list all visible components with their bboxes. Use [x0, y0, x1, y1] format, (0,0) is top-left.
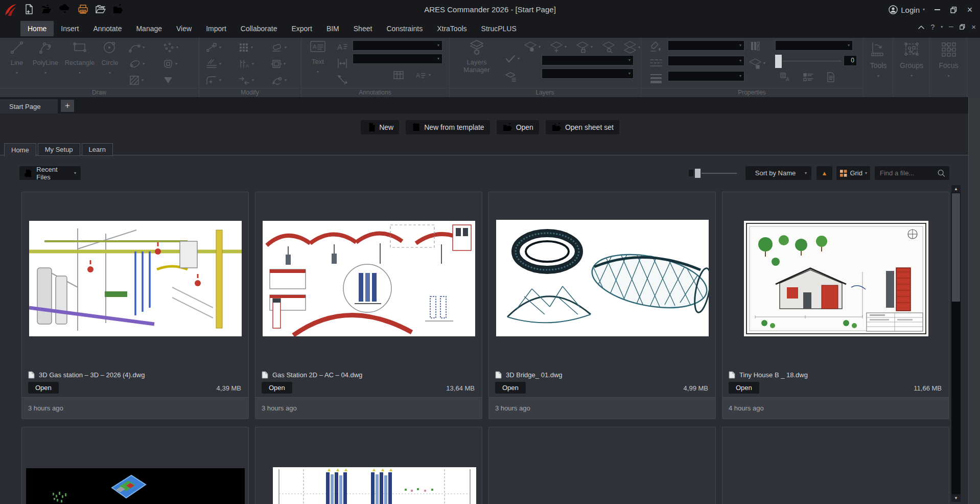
match-properties-button[interactable]: A [779, 72, 791, 83]
print-style-dropdown[interactable]: ▾ [775, 40, 853, 51]
layer-dropdown[interactable]: ▾ [542, 55, 634, 65]
menu-tab-export[interactable]: Export [284, 21, 319, 36]
transparency-slider-handle[interactable] [775, 55, 782, 68]
menu-tab-strucplus[interactable]: StrucPLUS [474, 21, 524, 36]
linestyle-dropdown[interactable]: ▾ [668, 56, 744, 66]
recent-files-dropdown[interactable]: Recent Files ▾ [19, 166, 81, 180]
point-button[interactable]: ▾ [162, 42, 178, 53]
dimension-style-dropdown[interactable]: ▾ [353, 54, 442, 64]
menu-tab-sheet[interactable]: Sheet [346, 21, 380, 36]
scroll-up-icon[interactable]: ▲ [951, 185, 961, 193]
scale-button[interactable]: ▾ [205, 42, 221, 53]
lineweight-dropdown[interactable]: ▾ [668, 71, 744, 81]
properties-doc-button[interactable] [825, 72, 836, 83]
hatch-button[interactable]: ▾ [129, 75, 144, 86]
menu-tab-manage[interactable]: Manage [129, 21, 169, 36]
open-button[interactable]: Open [497, 120, 539, 134]
leader-button[interactable] [336, 74, 348, 86]
menu-tab-home[interactable]: Home [20, 21, 54, 36]
color-button[interactable] [649, 41, 662, 53]
sort-dropdown[interactable]: Sort by Name ▾ [745, 166, 811, 180]
thumbnail-gas-station-2d[interactable] [263, 221, 475, 336]
menu-tab-insert[interactable]: Insert [54, 21, 86, 36]
menu-tab-constraints[interactable]: Constraints [379, 21, 430, 36]
layer-filter-dropdown[interactable]: ▾ [542, 68, 634, 79]
start-tab-my-setup[interactable]: My Setup [38, 143, 80, 156]
transparency-value-field[interactable]: 0 [844, 55, 857, 66]
file-search-input[interactable] [879, 169, 937, 177]
menu-tab-annotate[interactable]: Annotate [86, 21, 129, 36]
fillet-button[interactable]: ▾ [205, 75, 221, 86]
thumbnail-partial-columns[interactable] [273, 467, 476, 504]
open-upload-icon[interactable] [40, 3, 54, 16]
menu-tab-collaborate[interactable]: Collaborate [234, 21, 285, 36]
child-minimize-icon[interactable] [949, 27, 953, 27]
pattern-button[interactable]: ▾ [238, 42, 253, 53]
lineweight-button[interactable] [649, 73, 663, 84]
sweep-button[interactable]: ▾ [271, 75, 287, 86]
color-dropdown[interactable]: ▾ [668, 40, 744, 51]
vertical-scrollbar[interactable]: ▲ ▼ [951, 185, 961, 502]
open-file-button[interactable]: Open [262, 382, 292, 394]
restore-button[interactable] [945, 0, 962, 19]
thumbnail-3d-bridge[interactable] [496, 220, 709, 336]
thumbnail-partial-dark[interactable] [26, 468, 245, 504]
text-style-button[interactable]: A [336, 41, 348, 53]
focus-button[interactable]: Focus▾ [935, 41, 962, 78]
menu-tab-xtratools[interactable]: XtraTools [430, 21, 474, 36]
close-button[interactable]: × [962, 0, 978, 19]
properties-list-button[interactable] [802, 72, 814, 83]
rectangle-button[interactable]: Rectangle▾ [63, 39, 96, 75]
thumbnail-3d-gas-station[interactable] [29, 221, 242, 336]
arc-button[interactable]: ▾ [129, 42, 145, 53]
open-file-button[interactable]: Open [729, 382, 759, 394]
layer-color-button[interactable]: ▾ [524, 41, 541, 53]
align-button[interactable]: ▾ [238, 75, 254, 86]
offset-button[interactable]: ▾ [205, 58, 221, 70]
help-caret-icon[interactable]: ▾ [941, 25, 943, 29]
thumbnail-tiny-house[interactable] [744, 221, 928, 336]
new-drawing-icon[interactable] [22, 3, 36, 16]
start-tab-home[interactable]: Home [4, 143, 36, 156]
menu-tab-import[interactable]: Import [199, 21, 234, 36]
split-button[interactable]: A ▾ [238, 58, 254, 70]
collapse-ribbon-icon[interactable] [918, 25, 924, 29]
region-button[interactable]: ▾ [162, 58, 177, 70]
scroll-down-icon[interactable]: ▼ [951, 494, 961, 502]
new-button[interactable]: New [361, 120, 399, 134]
layers-manager-button[interactable]: Layers Manager [455, 39, 499, 74]
print-icon[interactable] [76, 3, 89, 16]
table-button[interactable] [392, 70, 405, 81]
layer-new-button[interactable]: ▾ [550, 41, 567, 53]
open-file-button[interactable]: Open [495, 382, 526, 394]
new-from-template-button[interactable]: New from template [406, 120, 489, 134]
menu-tab-bim[interactable]: BIM [319, 21, 346, 36]
thumbnail-size-slider[interactable] [689, 168, 737, 179]
groups-button[interactable]: Groups▾ [897, 41, 926, 78]
text-button[interactable]: A Text▾ [306, 39, 330, 74]
sort-direction-button[interactable]: ▲ [816, 166, 832, 180]
ellipse-button[interactable]: ▾ [129, 58, 145, 70]
help-icon[interactable]: ? [930, 23, 935, 31]
transparency-slider[interactable] [775, 54, 842, 68]
open-file-button[interactable]: Open [28, 382, 59, 394]
layer-list-button[interactable] [505, 72, 517, 83]
start-tab-learn[interactable]: Learn [82, 143, 113, 156]
layer-search-button[interactable] [602, 41, 615, 53]
delete-button[interactable]: ▾ [271, 42, 287, 53]
layer-tools-button[interactable]: ▾ [623, 41, 640, 54]
layer-state-button[interactable]: ▾ [505, 54, 520, 63]
transparency-button[interactable]: ▾ [749, 57, 765, 70]
gradient-button[interactable] [162, 76, 174, 85]
explode-button[interactable]: ▾ [271, 58, 286, 70]
login-button[interactable]: Login ▾ [884, 0, 929, 19]
tools-button[interactable]: Tools▾ [866, 41, 891, 78]
annotation-scale-button[interactable]: A ▾ [415, 70, 431, 81]
cloud-storage-icon[interactable] [58, 3, 72, 16]
menu-tab-view[interactable]: View [169, 21, 199, 36]
text-style-dropdown[interactable]: ▾ [353, 40, 442, 51]
circle-button[interactable]: Circle▾ [98, 39, 122, 75]
child-close-icon[interactable]: × [971, 22, 976, 31]
child-restore-icon[interactable] [960, 24, 965, 30]
import-drawing-icon[interactable] [112, 3, 125, 16]
